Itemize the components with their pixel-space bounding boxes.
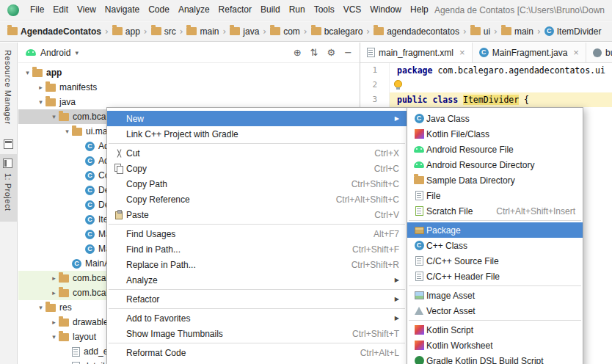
breadcrumb-item-itemdivider[interactable]: ItemDivider bbox=[543, 26, 603, 37]
breadcrumb-item-src[interactable]: src bbox=[150, 26, 178, 37]
menubar-item-vcs[interactable]: VCS bbox=[339, 0, 366, 20]
menu-item-label: Show Image Thumbnails bbox=[126, 329, 223, 339]
submenu-item-cpp-header-file[interactable]: C/C++ Header File bbox=[407, 269, 583, 284]
submenu-item-java-class[interactable]: Java Class bbox=[407, 111, 583, 126]
line-number: 3 bbox=[360, 92, 390, 107]
context-menu-item-copy-reference[interactable]: Copy ReferenceCtrl+Alt+Shift+C bbox=[107, 192, 407, 207]
context-menu-item-cut[interactable]: CutCtrl+X bbox=[107, 145, 407, 161]
breadcrumb-item-main2[interactable]: main bbox=[500, 26, 535, 37]
context-menu-item-add-to-favorites[interactable]: Add to Favorites▶ bbox=[107, 310, 407, 326]
breadcrumb-item-agendadecontatos[interactable]: agendadecontatos bbox=[372, 26, 461, 37]
chevron-down-icon: ▾ bbox=[75, 49, 79, 57]
gradle-icon bbox=[415, 356, 424, 364]
chevron-expanded-icon: ▾ bbox=[62, 128, 72, 135]
submenu-item-vector-asset[interactable]: Vector Asset bbox=[407, 303, 583, 318]
context-menu-item-copy-path[interactable]: Copy PathCtrl+Shift+C bbox=[107, 176, 407, 192]
menubar-item-view[interactable]: View bbox=[73, 0, 101, 20]
android-icon bbox=[26, 49, 36, 56]
editor-tab-main-fragment-java[interactable]: MainFragment.java × bbox=[473, 43, 586, 62]
menu-shortcut: Ctrl+C bbox=[360, 164, 399, 174]
menubar-item-build[interactable]: Build bbox=[256, 0, 285, 20]
tool-window-project-button[interactable]: 1: Project bbox=[0, 154, 17, 222]
submenu-item-package[interactable]: Package bbox=[407, 222, 583, 238]
menubar-item-help[interactable]: Help bbox=[406, 0, 433, 20]
gear-icon[interactable]: ⚙ bbox=[327, 47, 335, 58]
menubar-item-run[interactable]: Run bbox=[285, 0, 310, 20]
breadcrumb-item-ui[interactable]: ui bbox=[469, 26, 492, 37]
project-toolbar: Android ▾ ⊕ ⇅ ⚙ − bbox=[18, 43, 360, 63]
submenu-item-kotlin-file-class[interactable]: Kotlin File/Class bbox=[407, 126, 583, 142]
context-menu-item-find-in-path[interactable]: Find in Path...Ctrl+Shift+F bbox=[107, 241, 407, 257]
breadcrumb-item-project[interactable]: AgendadeContatos bbox=[6, 26, 103, 37]
menubar-item-edit[interactable]: Edit bbox=[48, 0, 73, 20]
menubar-item-window[interactable]: Window bbox=[365, 0, 406, 20]
submenu-item-cpp-class[interactable]: C++ Class bbox=[407, 238, 583, 253]
menubar-item-tools[interactable]: Tools bbox=[310, 0, 339, 20]
menu-shortcut: Ctrl+Alt+Shift+Insert bbox=[481, 206, 575, 216]
chevron-separator-icon: › bbox=[302, 26, 310, 37]
menubar-item-analyze[interactable]: Analyze bbox=[174, 0, 214, 20]
submenu-item-kotlin-script[interactable]: Kotlin Script bbox=[407, 322, 583, 338]
project-view-selector[interactable]: Android ▾ bbox=[26, 48, 79, 58]
hide-panel-icon[interactable]: − bbox=[344, 47, 352, 58]
vector-asset-icon bbox=[415, 307, 423, 315]
breadcrumb-label: bcalegaro bbox=[324, 26, 363, 37]
class-name-token: ItemDivider bbox=[463, 95, 519, 105]
submenu-item-android-resource-directory[interactable]: Android Resource Directory bbox=[407, 157, 583, 172]
breadcrumb: AgendadeContatos › app › src › main › ja… bbox=[0, 21, 612, 42]
menu-item-label: Gradle Kotlin DSL Build Script bbox=[426, 356, 544, 364]
chevron-separator-icon: › bbox=[221, 26, 229, 37]
menu-separator bbox=[109, 343, 405, 343]
context-menu-item-find-usages[interactable]: Find UsagesAlt+F7 bbox=[107, 226, 407, 241]
context-menu-item-copy[interactable]: CopyCtrl+C bbox=[107, 161, 407, 176]
folder-icon bbox=[414, 176, 424, 184]
menu-item-label: Kotlin File/Class bbox=[426, 129, 489, 139]
tool-window-resource-manager[interactable]: Resource Manager bbox=[4, 50, 12, 125]
breadcrumb-item-com[interactable]: com bbox=[269, 26, 302, 37]
context-menu-item-reformat-code[interactable]: Reformat CodeCtrl+Alt+L bbox=[107, 345, 407, 360]
line-number: 1 bbox=[360, 63, 390, 78]
submenu-item-file[interactable]: File bbox=[407, 188, 583, 203]
submenu-item-scratch-file[interactable]: Scratch FileCtrl+Alt+Shift+Insert bbox=[407, 203, 583, 219]
submenu-item-gradle-kotlin-dsl-build-script[interactable]: Gradle Kotlin DSL Build Script bbox=[407, 353, 583, 364]
menubar-item-refactor[interactable]: Refactor bbox=[214, 0, 256, 20]
submenu-item-cpp-source-file[interactable]: C/C++ Source File bbox=[407, 253, 583, 269]
tree-item-label: drawable bbox=[73, 317, 109, 327]
menu-item-label: Copy Reference bbox=[126, 194, 190, 205]
tool-window-icon[interactable] bbox=[4, 139, 13, 149]
context-menu-item-replace-in-path[interactable]: Replace in Path...Ctrl+Shift+R bbox=[107, 257, 407, 272]
context-menu-item-optimize-imports[interactable]: Optimize ImportsCtrl+Alt+O bbox=[107, 360, 407, 364]
menubar-item-file[interactable]: File bbox=[26, 0, 48, 20]
context-menu-item-new[interactable]: New▶ bbox=[107, 111, 407, 126]
submenu-item-android-resource-file[interactable]: Android Resource File bbox=[407, 142, 583, 157]
breadcrumb-item-java[interactable]: java bbox=[228, 26, 261, 37]
submenu-item-sample-data-directory[interactable]: Sample Data Directory bbox=[407, 172, 583, 188]
breadcrumb-item-main[interactable]: main bbox=[185, 26, 220, 37]
submenu-item-kotlin-worksheet[interactable]: Kotlin Worksheet bbox=[407, 338, 583, 353]
tab-label: main_fragment.xml bbox=[379, 48, 453, 58]
breadcrumb-item-app[interactable]: app bbox=[111, 26, 142, 37]
intention-bulb-icon[interactable] bbox=[394, 80, 402, 88]
context-menu-item-show-image-thumbnails[interactable]: Show Image ThumbnailsCtrl+Shift+T bbox=[107, 326, 407, 341]
menubar-item-navigate[interactable]: Navigate bbox=[101, 0, 144, 20]
breadcrumb-item-bcalegaro[interactable]: bcalegaro bbox=[310, 26, 365, 37]
submenu-arrow-icon: ▶ bbox=[395, 296, 399, 302]
context-menu-item-analyze[interactable]: Analyze▶ bbox=[107, 272, 407, 288]
context-menu-item-refactor[interactable]: Refactor▶ bbox=[107, 291, 407, 307]
menu-item-label: Sample Data Directory bbox=[426, 175, 515, 186]
close-icon[interactable]: × bbox=[459, 47, 465, 58]
tree-item-manifests[interactable]: ▸manifests bbox=[18, 80, 360, 95]
menubar-item-code[interactable]: Code bbox=[144, 0, 174, 20]
locate-file-icon[interactable]: ⊕ bbox=[294, 47, 302, 58]
tree-item-app[interactable]: ▾app bbox=[18, 65, 360, 80]
editor-tab-build-gradle[interactable]: build... bbox=[586, 43, 612, 62]
close-icon[interactable]: × bbox=[573, 47, 579, 58]
menu-item-label: Java Class bbox=[426, 114, 470, 124]
submenu-item-image-asset[interactable]: Image Asset bbox=[407, 288, 583, 303]
editor-tab-main-fragment-xml[interactable]: main_fragment.xml × bbox=[360, 43, 473, 62]
context-menu-item-paste[interactable]: PasteCtrl+V bbox=[107, 207, 407, 222]
context-menu-item-link-cpp[interactable]: Link C++ Project with Gradle bbox=[107, 126, 407, 142]
collapse-all-icon[interactable]: ⇅ bbox=[310, 47, 318, 58]
menu-bar: File Edit View Navigate Code Analyze Ref… bbox=[0, 0, 612, 21]
project-toolbar-icons: ⊕ ⇅ ⚙ − bbox=[294, 47, 352, 58]
